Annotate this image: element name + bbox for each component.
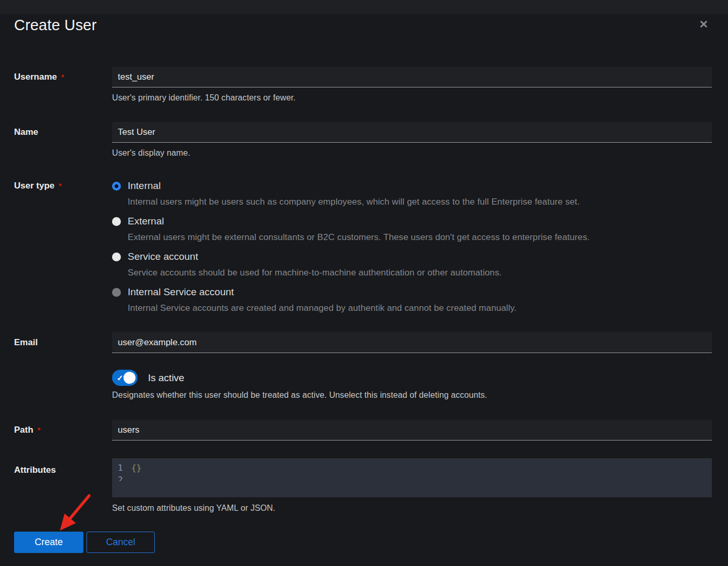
name-label: Name (14, 122, 112, 158)
email-label: Email (14, 332, 112, 353)
user-type-option-internal-service-account: Internal Service account Internal Servic… (112, 286, 712, 313)
option-description: Internal Service accounts are created an… (128, 303, 712, 313)
name-input[interactable] (112, 122, 712, 143)
radio-disabled-icon (112, 288, 121, 297)
modal-actions: Create Cancel (0, 532, 728, 553)
email-field[interactable] (112, 332, 712, 353)
editor-content: {} (124, 462, 141, 481)
option-description: Service accounts should be used for mach… (128, 268, 712, 278)
option-description: External users might be external consult… (128, 232, 712, 243)
name-help: User's display name. (112, 148, 712, 158)
email-row: Email (0, 332, 728, 353)
is-active-help: Designates whether this user should be t… (112, 391, 712, 400)
path-label: Path* (14, 420, 112, 441)
username-row: Username* User's primary identifier. 150… (0, 67, 728, 103)
toggle-check-icon: ✓ (117, 373, 124, 382)
editor-line-numbers: 1 2 (112, 462, 124, 481)
attributes-label: Attributes (14, 458, 112, 513)
radio-unselected-icon[interactable] (112, 253, 121, 261)
required-asterisk: * (58, 181, 61, 190)
radio-external[interactable]: External (112, 215, 712, 228)
option-description: Internal users might be users such as co… (128, 197, 712, 207)
is-active-label: Is active (148, 372, 184, 384)
create-button[interactable]: Create (14, 532, 83, 553)
create-user-modal: Create User ✕ Username* User's primary i… (0, 14, 728, 566)
radio-selected-icon[interactable] (112, 182, 121, 191)
close-icon[interactable]: ✕ (699, 19, 708, 30)
path-row: Path* (0, 420, 728, 441)
required-asterisk: * (38, 425, 41, 434)
name-row: Name User's display name. (0, 122, 728, 158)
radio-service-account[interactable]: Service account (112, 250, 712, 263)
attributes-help: Set custom attributes using YAML or JSON… (112, 504, 712, 513)
username-input[interactable] (112, 67, 712, 87)
radio-unselected-icon[interactable] (112, 217, 121, 226)
attributes-row: Attributes 1 2 {} Set custom attributes … (0, 458, 728, 513)
user-type-label: User type* (14, 180, 112, 321)
path-input[interactable] (112, 420, 712, 441)
username-label: Username* (14, 67, 112, 103)
username-help: User's primary identifier. 150 character… (112, 93, 712, 103)
is-active-toggle[interactable]: ✓ (112, 370, 138, 386)
cancel-button[interactable]: Cancel (87, 532, 155, 553)
page-title: Create User (14, 17, 97, 34)
required-asterisk: * (61, 72, 64, 81)
user-type-option-external: External External users might be externa… (112, 215, 712, 243)
user-type-row: User type* Internal Internal users might… (0, 180, 728, 321)
radio-internal-service-account: Internal Service account (112, 286, 712, 298)
user-type-option-service-account: Service account Service accounts should … (112, 250, 712, 278)
radio-internal[interactable]: Internal (112, 180, 712, 192)
toggle-knob (124, 372, 135, 384)
user-type-option-internal: Internal Internal users might be users s… (112, 180, 712, 207)
attributes-code-editor[interactable]: 1 2 {} (112, 458, 712, 497)
is-active-row: ✓ Is active Designates whether this user… (0, 370, 728, 400)
